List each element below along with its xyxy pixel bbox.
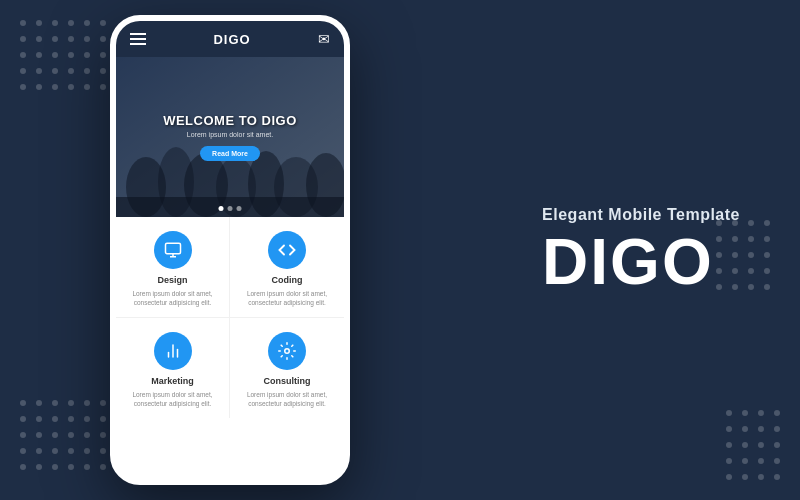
svg-point-15 [285,349,290,354]
hero-overlay: WELCOME TO DIGO Lorem ipsum dolor sit am… [116,57,344,217]
hero-title: WELCOME TO DIGO [163,113,297,128]
slider-dots [219,206,242,211]
service-coding-label: Coding [240,275,334,285]
hamburger-icon[interactable] [130,33,146,45]
hero-subtitle: Lorem ipsum dolor sit amet. [187,131,273,138]
service-coding-desc: Lorem ipsum dolor sit amet, consectetur … [240,289,334,307]
right-content: Elegant Mobile Template DIGO [542,206,740,294]
services-grid: Design Lorem ipsum dolor sit amet, conse… [116,217,344,418]
svg-rect-9 [165,243,180,254]
phone-topbar: DIGO ✉ [116,21,344,57]
service-marketing-icon [154,332,192,370]
phone-container: DIGO ✉ [110,15,350,485]
service-design-icon [154,231,192,269]
service-design-desc: Lorem ipsum dolor sit amet, consectetur … [126,289,219,307]
mail-icon[interactable]: ✉ [318,31,330,47]
slider-dot-2[interactable] [228,206,233,211]
brand-title: DIGO [542,230,740,294]
dots-bottom-right [726,410,780,480]
hero-area: WELCOME TO DIGO Lorem ipsum dolor sit am… [116,57,344,217]
service-design: Design Lorem ipsum dolor sit amet, conse… [116,217,230,318]
service-coding: Coding Lorem ipsum dolor sit amet, conse… [230,217,344,318]
service-design-label: Design [126,275,219,285]
tagline: Elegant Mobile Template [542,206,740,224]
service-consulting-label: Consulting [240,376,334,386]
service-marketing-desc: Lorem ipsum dolor sit amet, consectetur … [126,390,219,408]
dots-bottom-left [20,400,106,470]
service-consulting-desc: Lorem ipsum dolor sit amet, consectetur … [240,390,334,408]
dots-top-left [20,20,106,90]
phone-brand: DIGO [213,32,250,47]
service-coding-icon [268,231,306,269]
phone-mockup: DIGO ✉ [110,15,350,485]
service-marketing-label: Marketing [126,376,219,386]
service-consulting-icon [268,332,306,370]
read-more-button[interactable]: Read More [200,146,260,161]
slider-dot-3[interactable] [237,206,242,211]
slider-dot-1[interactable] [219,206,224,211]
service-consulting: Consulting Lorem ipsum dolor sit amet, c… [230,318,344,418]
service-marketing: Marketing Lorem ipsum dolor sit amet, co… [116,318,230,418]
